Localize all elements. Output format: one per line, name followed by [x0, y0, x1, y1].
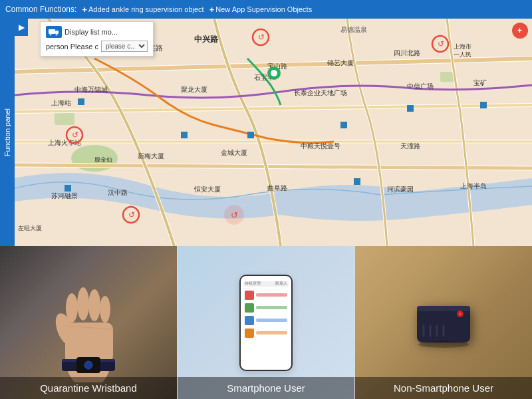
svg-text:腺金仙: 腺金仙	[94, 156, 112, 163]
svg-rect-45	[480, 102, 487, 108]
svg-rect-62	[49, 29, 55, 34]
svg-text:一人民: 一人民	[454, 51, 471, 58]
device-container	[355, 246, 532, 399]
wristband-illustration	[29, 263, 148, 382]
svg-text:苏河融景: 苏河融景	[51, 192, 78, 200]
truck-icon	[46, 26, 62, 38]
app-icon-1	[245, 291, 254, 300]
nonsmartphone-label: Non-Smartphone User	[355, 377, 532, 399]
app-text-4	[256, 331, 287, 334]
svg-point-68	[66, 293, 78, 323]
svg-point-70	[88, 289, 100, 321]
nonsmartphone-card: Non-Smartphone User	[355, 246, 532, 399]
svg-point-69	[77, 287, 89, 321]
svg-text:中粮天悦壹号: 中粮天悦壹号	[301, 142, 340, 150]
person-label: person Please c	[46, 43, 98, 51]
app-icon-4	[245, 329, 254, 338]
svg-rect-47	[354, 178, 360, 185]
phone-app-row-1	[243, 290, 289, 301]
svg-point-64	[50, 34, 52, 36]
app-icon-3	[245, 316, 254, 325]
phone-app-row-2	[243, 303, 289, 313]
plus-icon-1: +	[82, 5, 87, 15]
svg-text:↺: ↺	[72, 130, 78, 140]
expand-panel-button[interactable]: ▶	[15, 19, 28, 36]
svg-point-61	[271, 70, 277, 76]
svg-text:↺: ↺	[438, 39, 444, 49]
common-functions-label: Common Functions:	[5, 5, 76, 14]
svg-rect-2	[55, 112, 74, 125]
svg-text:金城大厦: 金城大厦	[221, 149, 247, 156]
svg-rect-63	[55, 31, 59, 34]
svg-point-65	[56, 34, 58, 36]
svg-text:宝矿: 宝矿	[473, 79, 487, 86]
svg-text:曲阜路: 曲阜路	[267, 184, 287, 192]
dropdown-popup: Display list mo... person Please c pleas…	[40, 21, 154, 57]
function-panel-label: Function panel	[3, 108, 11, 156]
svg-point-82	[459, 313, 462, 315]
svg-text:↺: ↺	[231, 210, 238, 220]
svg-text:↺: ↺	[128, 210, 135, 219]
svg-text:天潼路: 天潼路	[400, 142, 420, 150]
display-list-text: Display list mo...	[65, 28, 118, 36]
new-app-supervision-button[interactable]: + New App Supervision Objects	[209, 5, 313, 15]
svg-text:中海万锦城: 中海万锦城	[74, 86, 108, 93]
svg-rect-41	[181, 132, 188, 138]
svg-text:中兴路: 中兴路	[194, 35, 219, 44]
device-illustration	[377, 269, 510, 376]
wristband-label: Quarantine Wristband	[0, 377, 177, 399]
svg-rect-46	[65, 185, 71, 192]
svg-text:河滨豪园: 河滨豪园	[387, 186, 414, 193]
svg-text:上海半岛: 上海半岛	[460, 182, 487, 190]
svg-text:中信广场: 中信广场	[407, 82, 434, 90]
svg-text:恒安大厦: 恒安大厦	[194, 186, 221, 193]
map-section: Common Functions: + Added ankle ring sup…	[0, 0, 532, 246]
svg-rect-40	[78, 98, 84, 105]
svg-text:四川北路: 四川北路	[394, 49, 420, 57]
app-text-1	[256, 293, 287, 297]
svg-text:易德温泉: 易德温泉	[340, 26, 367, 33]
svg-text:上海市: 上海市	[454, 43, 471, 50]
svg-point-71	[100, 296, 110, 323]
phone-top-bar: 待机管理 联系人	[243, 281, 289, 287]
phone-app-row-3	[243, 315, 289, 326]
wristband-card: Quarantine Wristband	[0, 246, 177, 399]
svg-text:↺: ↺	[258, 33, 265, 42]
add-ankle-ring-button[interactable]: + Added ankle ring supervision object	[82, 5, 203, 15]
svg-point-87	[418, 341, 469, 348]
phone-mockup: 待机管理 联系人	[239, 275, 293, 371]
svg-rect-3	[440, 72, 454, 82]
smartphone-label: Smartphone User	[178, 377, 354, 399]
smartphone-card: 待机管理 联系人	[177, 246, 355, 399]
svg-text:新梅大厦: 新梅大厦	[138, 152, 164, 160]
svg-text:左组大厦: 左组大厦	[18, 225, 42, 231]
app-text-3	[256, 319, 287, 322]
app-icon-2	[245, 303, 254, 313]
dropdown-row-2[interactable]: person Please c please c... Option 1 Opt…	[43, 39, 150, 53]
cards-section: Quarantine Wristband 待机管理 联系人	[0, 246, 532, 399]
svg-rect-42	[247, 132, 254, 138]
plus-icon-2: +	[209, 5, 215, 15]
dropdown-row-1: Display list mo...	[43, 25, 150, 39]
phone-app-row-4	[243, 328, 289, 338]
svg-rect-43	[340, 122, 347, 128]
svg-point-76	[84, 361, 92, 369]
svg-rect-80	[417, 306, 470, 311]
svg-text:+: +	[517, 26, 522, 35]
person-select[interactable]: please c... Option 1 Option 2	[101, 41, 148, 52]
arrow-right-icon: ▶	[19, 23, 25, 32]
svg-text:聚龙大厦: 聚龙大厦	[181, 86, 207, 93]
svg-text:汉中路: 汉中路	[108, 189, 128, 196]
svg-text:长泰企业天地广场: 长泰企业天地广场	[294, 89, 347, 96]
phone-container: 待机管理 联系人	[178, 246, 354, 399]
svg-text:锦艺大厦: 锦艺大厦	[327, 59, 354, 66]
app-text-2	[256, 306, 287, 309]
svg-rect-44	[407, 105, 414, 112]
toolbar: Common Functions: + Added ankle ring sup…	[0, 0, 532, 19]
function-panel[interactable]: Function panel	[0, 19, 15, 246]
svg-text:上海站: 上海站	[51, 99, 71, 106]
